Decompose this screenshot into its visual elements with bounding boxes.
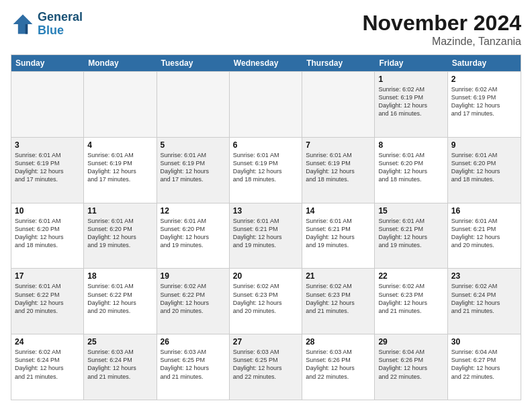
day-number: 22: [378, 271, 443, 281]
day-info: Sunrise: 6:02 AMSunset: 6:19 PMDaylight:…: [451, 85, 517, 118]
logo-text: General Blue: [38, 11, 83, 38]
calendar: SundayMondayTuesdayWednesdayThursdayFrid…: [11, 54, 521, 400]
day-info: Sunrise: 6:03 AMSunset: 6:26 PMDaylight:…: [306, 348, 371, 381]
calendar-row-4: 17Sunrise: 6:01 AMSunset: 6:22 PMDayligh…: [11, 268, 521, 334]
day-number: 25: [87, 337, 152, 347]
day-number: 26: [161, 337, 226, 347]
weekday-header-wednesday: Wednesday: [230, 55, 302, 71]
day-number: 2: [451, 75, 517, 84]
day-number: 13: [233, 206, 298, 216]
day-number: 30: [451, 337, 517, 347]
calendar-cell: 24Sunrise: 6:02 AMSunset: 6:24 PMDayligh…: [11, 334, 84, 400]
calendar-body: 1Sunrise: 6:02 AMSunset: 6:19 PMDaylight…: [11, 71, 521, 400]
calendar-header: SundayMondayTuesdayWednesdayThursdayFrid…: [11, 55, 521, 71]
calendar-cell: 8Sunrise: 6:01 AMSunset: 6:20 PMDaylight…: [375, 138, 447, 203]
day-info: Sunrise: 6:01 AMSunset: 6:19 PMDaylight:…: [87, 151, 152, 184]
weekday-header-thursday: Thursday: [302, 55, 375, 71]
day-info: Sunrise: 6:01 AMSunset: 6:22 PMDaylight:…: [87, 282, 152, 315]
day-number: 28: [306, 337, 371, 347]
calendar-cell: 19Sunrise: 6:02 AMSunset: 6:22 PMDayligh…: [157, 269, 230, 334]
day-number: 14: [306, 206, 371, 216]
calendar-cell: 11Sunrise: 6:01 AMSunset: 6:20 PMDayligh…: [84, 203, 157, 269]
day-info: Sunrise: 6:01 AMSunset: 6:20 PMDaylight:…: [378, 151, 443, 184]
day-number: 11: [87, 206, 152, 216]
weekday-header-saturday: Saturday: [448, 55, 521, 71]
weekday-header-tuesday: Tuesday: [157, 55, 230, 71]
day-info: Sunrise: 6:02 AMSunset: 6:24 PMDaylight:…: [15, 348, 80, 381]
calendar-row-5: 24Sunrise: 6:02 AMSunset: 6:24 PMDayligh…: [11, 334, 521, 400]
day-info: Sunrise: 6:01 AMSunset: 6:19 PMDaylight:…: [306, 151, 371, 184]
day-info: Sunrise: 6:01 AMSunset: 6:22 PMDaylight:…: [15, 282, 80, 315]
day-info: Sunrise: 6:03 AMSunset: 6:24 PMDaylight:…: [87, 348, 152, 381]
day-number: 10: [15, 206, 80, 216]
weekday-header-monday: Monday: [84, 55, 157, 71]
calendar-cell: 6Sunrise: 6:01 AMSunset: 6:19 PMDaylight…: [230, 138, 302, 203]
calendar-cell: 29Sunrise: 6:04 AMSunset: 6:26 PMDayligh…: [375, 334, 447, 400]
day-info: Sunrise: 6:01 AMSunset: 6:21 PMDaylight:…: [306, 217, 371, 250]
day-number: 6: [233, 140, 298, 150]
day-number: 15: [378, 206, 443, 216]
day-number: 8: [378, 140, 443, 150]
day-info: Sunrise: 6:02 AMSunset: 6:24 PMDaylight:…: [451, 282, 517, 315]
month-title: November 2024: [362, 11, 521, 36]
calendar-cell: 14Sunrise: 6:01 AMSunset: 6:21 PMDayligh…: [302, 203, 375, 269]
day-info: Sunrise: 6:01 AMSunset: 6:21 PMDaylight:…: [233, 217, 298, 250]
weekday-header-sunday: Sunday: [11, 55, 84, 71]
calendar-cell: 4Sunrise: 6:01 AMSunset: 6:19 PMDaylight…: [84, 138, 157, 203]
calendar-cell: 26Sunrise: 6:03 AMSunset: 6:25 PMDayligh…: [157, 334, 230, 400]
day-number: 3: [15, 140, 80, 150]
calendar-cell: 17Sunrise: 6:01 AMSunset: 6:22 PMDayligh…: [11, 269, 84, 334]
location-title: Mazinde, Tanzania: [362, 36, 521, 48]
day-info: Sunrise: 6:01 AMSunset: 6:19 PMDaylight:…: [233, 151, 298, 184]
svg-marker-0: [13, 14, 33, 34]
calendar-cell: 30Sunrise: 6:04 AMSunset: 6:27 PMDayligh…: [448, 334, 521, 400]
day-number: 1: [378, 75, 443, 84]
calendar-cell: 2Sunrise: 6:02 AMSunset: 6:19 PMDaylight…: [448, 72, 521, 137]
header: General Blue November 2024 Mazinde, Tanz…: [11, 11, 521, 48]
day-info: Sunrise: 6:02 AMSunset: 6:23 PMDaylight:…: [306, 282, 371, 315]
day-info: Sunrise: 6:01 AMSunset: 6:19 PMDaylight:…: [15, 151, 80, 184]
day-number: 16: [451, 206, 517, 216]
title-block: November 2024 Mazinde, Tanzania: [362, 11, 521, 48]
day-info: Sunrise: 6:01 AMSunset: 6:19 PMDaylight:…: [161, 151, 226, 184]
day-number: 12: [161, 206, 226, 216]
day-info: Sunrise: 6:01 AMSunset: 6:20 PMDaylight:…: [15, 217, 80, 250]
calendar-row-1: 1Sunrise: 6:02 AMSunset: 6:19 PMDaylight…: [11, 71, 521, 137]
calendar-cell: 5Sunrise: 6:01 AMSunset: 6:19 PMDaylight…: [157, 138, 230, 203]
day-number: 19: [161, 271, 226, 281]
day-number: 4: [87, 140, 152, 150]
calendar-cell: [157, 72, 230, 137]
calendar-cell: 3Sunrise: 6:01 AMSunset: 6:19 PMDaylight…: [11, 138, 84, 203]
day-info: Sunrise: 6:03 AMSunset: 6:25 PMDaylight:…: [161, 348, 226, 381]
calendar-cell: 20Sunrise: 6:02 AMSunset: 6:23 PMDayligh…: [230, 269, 302, 334]
day-info: Sunrise: 6:02 AMSunset: 6:22 PMDaylight:…: [161, 282, 226, 315]
calendar-cell: 22Sunrise: 6:02 AMSunset: 6:23 PMDayligh…: [375, 269, 447, 334]
day-number: 5: [161, 140, 226, 150]
day-number: 27: [233, 337, 298, 347]
day-number: 29: [378, 337, 443, 347]
calendar-cell: 1Sunrise: 6:02 AMSunset: 6:19 PMDaylight…: [375, 72, 447, 137]
calendar-cell: 21Sunrise: 6:02 AMSunset: 6:23 PMDayligh…: [302, 269, 375, 334]
calendar-cell: 9Sunrise: 6:01 AMSunset: 6:20 PMDaylight…: [448, 138, 521, 203]
day-number: 17: [15, 271, 80, 281]
logo-line2: Blue: [38, 24, 83, 38]
day-info: Sunrise: 6:04 AMSunset: 6:26 PMDaylight:…: [378, 348, 443, 381]
day-number: 9: [451, 140, 517, 150]
weekday-header-friday: Friday: [375, 55, 447, 71]
day-info: Sunrise: 6:02 AMSunset: 6:23 PMDaylight:…: [233, 282, 298, 315]
day-info: Sunrise: 6:01 AMSunset: 6:20 PMDaylight:…: [161, 217, 226, 250]
calendar-cell: 7Sunrise: 6:01 AMSunset: 6:19 PMDaylight…: [302, 138, 375, 203]
day-info: Sunrise: 6:03 AMSunset: 6:25 PMDaylight:…: [233, 348, 298, 381]
day-number: 7: [306, 140, 371, 150]
day-info: Sunrise: 6:01 AMSunset: 6:21 PMDaylight:…: [451, 217, 517, 250]
day-number: 18: [87, 271, 152, 281]
logo: General Blue: [11, 11, 83, 38]
day-number: 21: [306, 271, 371, 281]
calendar-row-2: 3Sunrise: 6:01 AMSunset: 6:19 PMDaylight…: [11, 137, 521, 203]
logo-icon: [11, 12, 35, 36]
calendar-cell: 25Sunrise: 6:03 AMSunset: 6:24 PMDayligh…: [84, 334, 157, 400]
day-info: Sunrise: 6:01 AMSunset: 6:20 PMDaylight:…: [451, 151, 517, 184]
calendar-cell: 23Sunrise: 6:02 AMSunset: 6:24 PMDayligh…: [448, 269, 521, 334]
day-number: 24: [15, 337, 80, 347]
calendar-cell: 13Sunrise: 6:01 AMSunset: 6:21 PMDayligh…: [230, 203, 302, 269]
